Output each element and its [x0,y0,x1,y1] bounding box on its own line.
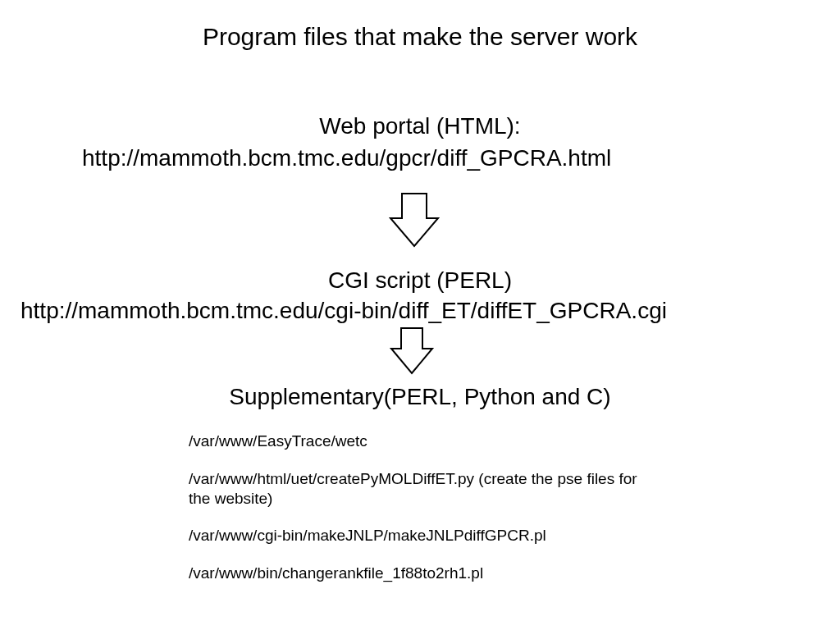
down-arrow-icon [387,192,441,251]
supplementary-heading: Supplementary(PERL, Python and C) [0,384,840,410]
web-portal-heading: Web portal (HTML): [0,113,840,139]
file-path-item: /var/www/bin/changerankfile_1f88to2rh1.p… [189,564,648,583]
down-arrow-icon [387,326,436,377]
cgi-script-url: http://mammoth.bcm.tmc.edu/cgi-bin/diff_… [21,298,840,324]
file-path-item: /var/www/cgi-bin/makeJNLP/makeJNLPdiffGP… [189,526,648,546]
web-portal-url: http://mammoth.bcm.tmc.edu/gpcr/diff_GPC… [82,144,714,173]
file-path-item: /var/www/EasyTrace/wetc [189,431,648,451]
page-title: Program files that make the server work [0,23,840,51]
cgi-script-heading: CGI script (PERL) [0,267,840,294]
file-paths-list: /var/www/EasyTrace/wetc /var/www/html/ue… [189,431,648,601]
file-path-item: /var/www/html/uet/createPyMOLDiffET.py (… [189,469,648,509]
